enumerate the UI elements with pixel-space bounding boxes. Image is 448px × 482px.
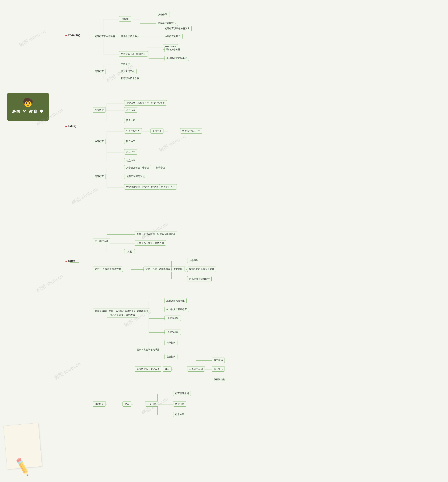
free-compulsory: 实施6-18的免费义务教育 — [187, 266, 216, 272]
watermark-1: 树图 shutu.cn — [18, 28, 47, 49]
star-icon-3: ★ — [65, 260, 67, 263]
star-icon-1: ★ — [65, 34, 67, 37]
age-11-13: 11-13观察期 — [165, 316, 181, 321]
primary-secondary-17: 初等教育和中等教育 — [93, 34, 117, 39]
edu-reform-law: 教育改革法 — [135, 309, 150, 314]
union-contract: 联合契约 — [165, 354, 177, 359]
background-double-track: 背景：取消双轨制，组成新大学同志会 — [135, 232, 177, 237]
jansenist: 冉森派 — [119, 16, 131, 22]
private-school: 私立中学 — [124, 158, 137, 163]
age-6-11: 6-11岁为年基础教育 — [165, 307, 189, 312]
huguenot: 胡格诺派（加尔文新教） — [119, 51, 148, 56]
higher-edu-19: 高等教育 — [93, 174, 106, 179]
train-specialists: 培养专门人才 — [159, 184, 177, 190]
three-principles: 三条办学原则 — [187, 366, 205, 372]
primary-edu-19: 初等教育 — [93, 107, 106, 112]
era-17-18: ★ 17-18世纪 — [65, 34, 80, 37]
habi-background: 背景 — [122, 401, 131, 407]
xiaoxue-guimo: 初级学校规模较小 — [156, 21, 178, 26]
langzhi-main-content: 主要内容 — [171, 266, 184, 272]
multi-discipline: 多科性结构 — [212, 377, 227, 382]
era-19-label: 19世纪 — [68, 125, 76, 128]
grant-degree: 授予学位 — [154, 165, 167, 170]
local-school: 小学由地方或教会办理，但受中央监督 — [124, 100, 167, 105]
simple-contract: 简单契约 — [165, 340, 177, 345]
root-title: 法国 的 教育 史 — [12, 109, 44, 114]
extend-compulsory: 延长义务教育年限 — [165, 298, 187, 303]
arts-science-faculty: 大学设文学院，理学院 — [124, 165, 151, 170]
state-private-law: 国家与私立学校关系法 — [135, 347, 161, 352]
jizuo-law: 基佐法案 — [124, 107, 137, 112]
higher-edu-background: 背景 — [163, 366, 171, 372]
habi-law: 哈比法案 — [93, 401, 106, 407]
tech-school: 技术专门学校 — [119, 69, 136, 74]
lower-than-private: 程度低于私立中学 — [180, 128, 202, 134]
development: 发展 — [124, 249, 135, 254]
secondary-edu-19: 中等教育 — [93, 139, 106, 144]
era-19: ★ 19世纪 — [65, 125, 76, 128]
central-school-closed: 中央学校停办 — [124, 128, 142, 134]
degaulle-background: 背景：为适应战后经济发展对人才的需要，缓解矛盾 — [107, 309, 138, 317]
higher-edu-17: 高等教育 — [93, 69, 106, 74]
national-school: 国立中学 — [124, 139, 137, 144]
edu-management: 教育管理体制 — [173, 391, 191, 396]
era-17-18-label: 17-18世纪 — [68, 34, 80, 37]
teaching-method: 教学方法 — [173, 412, 186, 417]
shiwu-jiaoxue: 实物教学 — [156, 12, 170, 17]
restore-normal-school: 恢复巴黎师范学校 — [124, 174, 147, 179]
watermark-7: 树图 shutu.cn — [35, 273, 64, 294]
six-principles: 六条原则 — [187, 258, 200, 263]
municipal-school: 市立中学 — [124, 149, 137, 154]
era-20: ★ 20世纪 — [65, 260, 76, 263]
vocational-school: 初等职业技术学校 — [119, 76, 141, 81]
autonomous: 自主自治 — [212, 358, 225, 363]
boarding-school: 寄宿学校 — [151, 128, 163, 134]
theology-law-faculty: 大学设神学院，医学院，法学院 — [124, 184, 160, 190]
higher-edu-guidance: 高等教育方向指导方案 — [135, 366, 161, 372]
feili-law: 费里法案 — [124, 118, 137, 123]
root-card: 🧒 法国 的 教育 史 — [7, 93, 49, 121]
teacher-cultivation: 注重师资的培养 — [163, 34, 183, 39]
democratic-participation: 民主参与 — [212, 366, 225, 372]
paris-univ: 巴黎大学 — [119, 62, 132, 67]
middle-school: 中级学校或初级学校 — [165, 56, 189, 61]
habi-main-content: 主要内容 — [145, 401, 158, 407]
era-20-label: 20世纪 — [68, 260, 76, 263]
compulsory-edu: 强迫义务教育 — [165, 47, 182, 52]
christian-brothers: 基督教学校兄弟会 — [119, 34, 141, 39]
edu-content: 教育内容 — [173, 401, 186, 407]
initial-religious: 初等教育以宗教教育为主 — [163, 26, 192, 31]
propose-democracy: 主张：民主教育，择优入取 — [135, 240, 166, 246]
higher-edu-design: 对高等教育进行设计 — [187, 276, 212, 281]
star-icon-2: ★ — [65, 125, 67, 128]
langzhi-reform: 郎之万_瓦隆教育改革方案 — [93, 266, 123, 272]
root-figure: 🧒 — [23, 97, 33, 107]
age-13-16: 13-16完结期 — [165, 329, 181, 335]
unified-school-movement: 统一学校运动 — [93, 239, 110, 244]
